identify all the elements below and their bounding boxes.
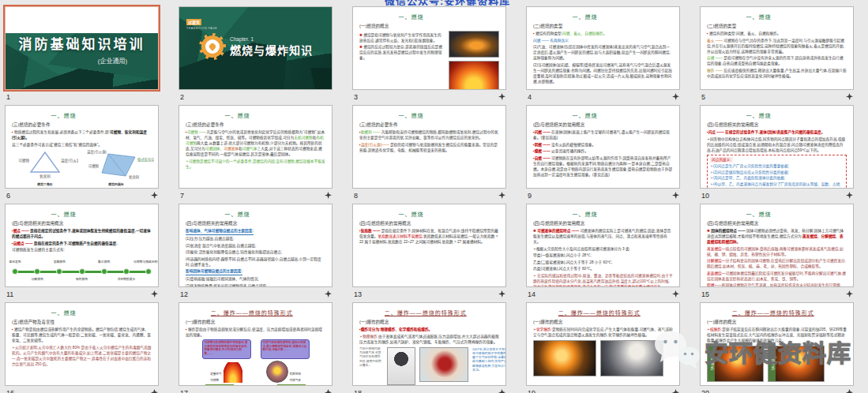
slide-thumbnail-2[interactable]: 过渡页TRANSITION PAGEChapter. 1燃烧与爆炸知识 [178,6,333,90]
slide-canvas: 二、爆炸——燃烧的特殊形式(一)爆炸的概念➣化学爆炸:是物质在短时间内完成化学反… [527,303,679,385]
explosion-graphic [266,361,288,383]
timeline-label: 聚合放热 [98,260,110,265]
slide-thumbnail-16[interactable]: 一、燃烧(五)燃烧产物及毒害性▪ 燃烧产物是指由燃烧或热解作用产生的全部物质。燃… [5,302,159,386]
slide-canvas: 一、燃烧(二)燃烧的类型▪ 燃烧有四种类型:闪燃、着火、自燃和爆炸。闪燃 —— … [527,7,679,89]
animation-star-icon [498,290,505,298]
timeline-node [79,268,85,275]
slide-number: 11 [6,290,13,298]
slide-body: ✱ 可燃液体的燃烧特点 —— 可燃液体的燃烧实际上是可燃蒸气的燃烧,因此,液体是… [533,228,673,286]
text-run: (2)当可燃固体(如石蜡、樟脑等)受热挥发出可燃蒸气,这些蒸气与空气混合后遇火源… [533,63,672,84]
speech-bubbles: 可燃物与助燃物在敞开空间混合,遇火源发生持续放热发光的氧化反应,热量及时散失,不… [202,339,310,359]
slide-number: 6 [6,192,10,200]
slide-body: ▪爆炸可分为:物理爆炸、化学爆炸和核爆炸。➣物理爆炸:由于液体变成蒸气或者气体迅… [359,327,499,385]
text-line: ▪阴燃 —— 没有火焰的缓慢燃烧现象。 [533,142,673,148]
animation-star-icon [846,93,853,100]
slide-cell: 一、燃烧(三)燃烧的必要条件▪ 物质燃烧过程的发生和发展,必须具备以下三个必要条… [5,105,160,204]
text-run: 没有火焰的缓慢燃烧现象。 [551,143,596,147]
slide-thumbnail-7[interactable]: 一、燃烧(三)燃烧的必要条件▪可燃物 ——凡是能与空气中的氧或其他氧化剂起化学反… [178,105,333,189]
text-run: 可燃液体的燃烧特点 —— [537,229,580,233]
figure-caption: 燃烧四面体 [78,182,154,187]
svg-text:温度(引火源): 温度(引火源) [61,158,78,163]
text-run: 可燃物质发生自燃的主要方式有: [12,248,65,252]
slide-header: 一、燃烧 [51,111,152,119]
slide-thumbnail-9[interactable]: 一、燃烧(四)与燃烧相关的常用概念▪闪燃 —— 在液体(固体)表面上能产生足够的… [526,105,680,189]
combustion-labels: 足量空气可燃物 [210,372,221,383]
text-line: 可燃物质发生自燃的主要方式有: [12,247,152,253]
text-run: 可燃气体 [242,147,257,151]
timeline-node [101,268,107,275]
text-run: 闪点 —— 在规定的试验条件下,液体(固体)表面能产生闪燃的最低温度。 [708,130,825,134]
slide-thumbnail-17[interactable]: 二、爆炸——燃烧的特殊形式(一)爆炸的概念▪ 爆炸是指由于物质急剧氧化或分解反应… [178,302,333,386]
text-run: 阴燃— [707,283,718,286]
slide-label-row: 17 [178,386,334,393]
text-run: 分解燃烧— [707,259,725,263]
text-line: (3)催化:活性催化剂能降低自燃点,钝性催化剂能提高自燃点; [186,249,325,255]
slide-canvas: 一、燃烧(五)燃烧产物及毒害性▪ 燃烧产物是指由燃烧或热解作用产生的全部物质。燃… [6,303,158,385]
text-run: 燃烧产物是指由燃烧或热解作用产生的全部物质。燃烧产物包括:燃烧生成的气体、能量、… [12,328,151,342]
combustion-unit: 足量空气可燃物 [210,362,242,383]
text-line: 影响固体可燃物自燃点的主要因素: [186,268,325,275]
slide-cell: 一、燃烧(四)与燃烧相关的常用概念▪氧指数 —— 是指在规定条件下,固体材料在氧… [352,204,508,302]
text-line: 表面燃烧—可燃固体燃烧到最后阶段或可燃挥发分被驱尽时,不能再分解出可燃气体,燃烧… [707,271,847,282]
slide-thumbnail-4[interactable]: 一、燃烧(二)燃烧的类型▪ 燃烧有四种类型:闪燃、着火、自燃和爆炸。闪燃 —— … [526,6,680,90]
slide-number: 1 [6,93,10,101]
text-line: (2)挥发物的数量:挥发出的可燃物越多,自燃点越低; [186,283,325,286]
text-line: ✱ 燃烧的反应过程较为复杂,游离基的链锁反应是燃烧反应的实质,发光发热是燃烧过程… [359,44,445,61]
text-run: 是指在规定的试验条件下,液体或固体能发生持续燃烧的最低温度,一切液体的燃点都高于… [12,229,151,238]
animation-star-icon [151,192,158,199]
text-line: ➣同系物中异构体比正构体闪点低,同系物的闪点随其分子量和沸点的增加而升高,低级的… [707,137,847,153]
flame-graphic [224,362,242,383]
text-run: 分子结构复杂的固体可燃物,在受热后分解出其组成部分和产生可燃挥发分,随后燃烧,如… [707,259,846,268]
slide-body: ✱ 固体的燃烧特点 —— 固体可燃物必须经过受热、蒸发、热分解,固体上方可燃气体… [707,228,847,286]
slide-cell: 二、爆炸——燃烧的特殊形式(一)爆炸的概念➣化学爆炸:是物质在短时间内完成化学反… [526,302,682,393]
slide-thumbnail-18[interactable]: 二、爆炸——燃烧的特殊形式(一)爆炸的概念▪爆炸可分为:物理爆炸、化学爆炸和核爆… [352,302,506,386]
photo-caption-strip: 核爆炸 [768,346,776,381]
label-text: 有限空间 [290,372,301,376]
text-run: 熔点较低的可燃固体,受热后熔融,再像可燃液体那样蒸发成蒸气而燃烧,如硫、磷、钾、… [707,247,844,256]
explosion-unit: 有限空间可燃气体 [266,361,301,383]
slide-thumbnail-19[interactable]: 二、爆炸——燃烧的特殊形式(一)爆炸的概念➣化学爆炸:是物质在短时间内完成化学反… [526,302,680,386]
slide-cell: 二、爆炸——燃烧的特殊形式(一)爆炸的概念➣核爆炸:是原子核裂变反应在瞬间释放出… [700,302,855,393]
text-line: (1)受热熔融:熔融后可视同液体、气体的情况; [186,276,325,282]
text-run: 氧指数高表示材料不易燃烧, [378,234,423,238]
slide-thumbnail-8[interactable]: 一、燃烧(三)燃烧的必要条件▪助燃剂 —— 凡能帮助和支持可燃物燃烧的物质,都叫… [352,105,506,189]
animation-star-icon [846,192,853,199]
slide-section-subtitle: (四)与燃烧相关的常用概念 [533,220,673,226]
slide-thumbnail-1[interactable]: 消防基础知识培训(企业通用) [5,6,159,90]
text-line: ➣核爆炸:是原子核裂变反应在瞬间释放出巨大能量的现象,可裂变的铀235、钚239… [707,327,847,343]
slide-section-subtitle: (四)与燃烧相关的常用概念 [359,220,499,226]
slide-canvas: 一、燃烧(四)与燃烧相关的常用概念▪燃点 —— 是指在规定的试验条件下,液体或固… [6,204,158,286]
slide-canvas: 一、燃烧(四)与燃烧相关的常用概念✱ 固体的燃烧特点 —— 固体可燃物必须经过受… [701,204,853,286]
slide-thumbnail-12[interactable]: 一、燃烧(四)与燃烧相关的常用概念影响液体、气体可燃物自燃点的主要因素:(1)压… [178,204,333,287]
chapter-text: Chapter. 1燃烧与爆炸知识 [230,36,313,58]
slide-thumbnail-13[interactable]: 一、燃烧(四)与燃烧相关的常用概念▪氧指数 —— 是指在规定条件下,固体材料在氧… [352,204,506,287]
text-line: 影响液体、气体可燃物自燃点的主要因素: [186,228,325,235]
text-run: 可燃固体、 [205,147,224,151]
text-run: ➣核爆炸: [707,328,722,331]
slide-body: ▪ 燃烧产物是指由燃烧或热解作用产生的全部物质。燃烧产物包括:燃烧生成的气体、能… [12,327,152,367]
slide-thumbnail-15[interactable]: 一、燃烧(四)与燃烧相关的常用概念✱ 固体的燃烧特点 —— 固体可燃物必须经过受… [700,204,854,287]
slide-section-subtitle: (四)与燃烧相关的常用概念 [533,122,673,128]
slide-header: 一、燃烧 [746,210,847,218]
slide-thumbnail-11[interactable]: 一、燃烧(四)与燃烧相关的常用概念▪燃点 —— 是指在规定的试验条件下,液体或固… [5,204,159,287]
slide-cell: 二、爆炸——燃烧的特殊形式(一)爆炸的概念▪ 爆炸是指由于物质急剧氧化或分解反应… [178,302,334,393]
text-run: 这三个必要条件可表示成“燃烧三角形”和“燃烧四面体”。 [12,143,102,147]
slide-thumbnail-14[interactable]: 一、燃烧(四)与燃烧相关的常用概念✱ 可燃液体的燃烧特点 —— 可燃液体的燃烧实… [526,204,680,287]
animation-star-icon [498,389,505,393]
text-run: 自燃 —— [535,156,551,160]
text-run: ➣根据火灾危险性大小及闪点高低将易燃可燃液体分为 3 类: [533,247,630,251]
slide-thumbnail-5[interactable]: 一、燃烧(二)燃烧的类型▪ 燃烧有四种类型:闪燃、着火、自燃和爆炸。着火 —— … [700,6,854,90]
clipped-banner: 微信公众号:安环健资料库 [385,0,550,6]
figure-row: 气压升降椅内部为压缩气体,劣质气压杆存在爆炸风险,使用中应防止撞击。2007年,… [359,347,499,385]
timeline-node [145,268,152,275]
text-run: 以亚音速传播的爆炸。 [551,149,588,153]
text-run: 物质燃烧过程的发生和发展,必须具备以下三个必要条件,即: [14,130,110,134]
slide-thumbnail-3[interactable]: 一、燃烧(一)燃烧的概念✱ 燃烧是指可燃物与氧化剂产生化学作用而发生的放热反应,… [352,6,506,90]
slide-thumbnail-6[interactable]: 一、燃烧(三)燃烧的必要条件▪ 物质燃烧过程的发生和发展,必须具备以下三个必要条… [5,105,159,189]
slide-thumbnail-10[interactable]: 一、燃烧(四)与燃烧相关的常用概念▪闪点 —— 在规定的试验条件下,液体(固体)… [700,105,854,189]
slide-thumbnail-20[interactable]: 二、爆炸——燃烧的特殊形式(一)爆炸的概念➣核爆炸:是原子核裂变反应在瞬间释放出… [700,302,854,386]
text-line: (2)氧浓度:混合气中氧浓度越高,自燃点越低; [186,243,325,249]
text-run: 闪燃 —— [535,130,551,134]
slide-section-subtitle: (一)燃烧的概念 [359,23,499,29]
slide-number: 3 [354,93,358,101]
